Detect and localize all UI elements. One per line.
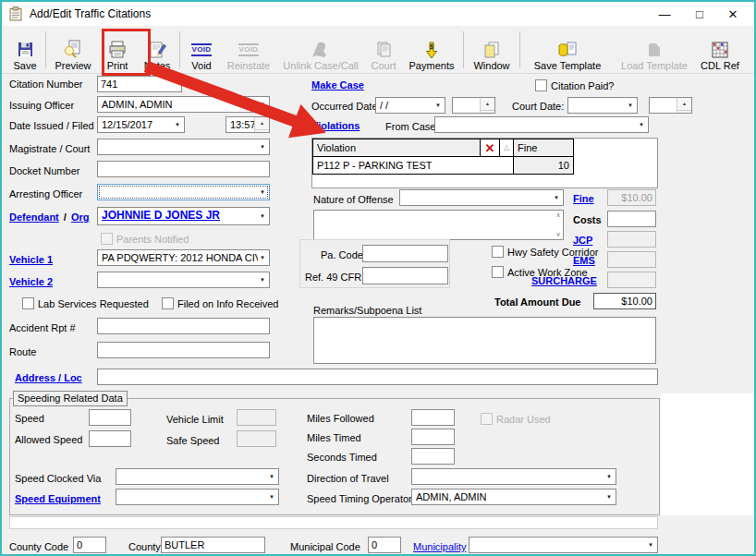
speed-clocked-via-select[interactable]: ▼ (116, 468, 279, 485)
miles-followed-input[interactable] (411, 409, 455, 426)
fine-cell[interactable]: 10 (513, 156, 574, 175)
total-amount-due-label: Total Amount Due (494, 296, 581, 308)
cdl-ref-button[interactable]: CDL Ref (697, 28, 743, 72)
vehicle2-link[interactable]: Vehicle 2 (9, 276, 53, 287)
chevron-down-icon: ▼ (435, 100, 441, 112)
citation-paid-checkbox[interactable] (535, 79, 547, 91)
scroll-arrows-icon[interactable]: ∧∨ (553, 212, 564, 238)
issuing-officer-select[interactable]: ADMIN, ADMIN ▼ (97, 96, 270, 113)
county-code-input[interactable]: 0 (73, 537, 106, 553)
chevron-down-icon: ▼ (269, 471, 274, 483)
vehicle2-select[interactable]: ▼ (97, 272, 270, 288)
remarks-label: Remarks/Subpoena List (313, 304, 421, 317)
nature-of-offense-select[interactable]: ▼ (399, 189, 564, 206)
save-template-button[interactable]: Save Template (523, 28, 612, 72)
chevron-down-icon: ▼ (606, 491, 612, 503)
court-date-select[interactable]: ▼ (567, 97, 638, 114)
arresting-officer-label: Arresting Officer (9, 187, 82, 200)
filed-on-info-checkbox[interactable] (162, 297, 174, 309)
defendant-select[interactable]: JOHNNIE D JONES JR ▼ (97, 207, 270, 225)
vehicle1-select[interactable]: PA PDQWERTY: 2012 HONDA CIV ▼ (97, 249, 270, 266)
docket-number-input[interactable] (97, 161, 270, 177)
seconds-timed-input[interactable] (411, 448, 455, 465)
violations-link[interactable]: Violations (311, 120, 360, 131)
county-input[interactable]: BUTLER (161, 537, 265, 553)
spinner-arrows-icon[interactable]: ▲▼ (480, 98, 494, 113)
maximize-button[interactable]: □ (684, 2, 715, 26)
speed-label: Speed (15, 412, 44, 425)
fine-column-header[interactable]: Fine (513, 139, 574, 157)
county-label: County (128, 540, 161, 553)
jcp-link[interactable]: JCP (573, 235, 592, 246)
hwy-safety-corridor-label: Hwy Safety Corridor (507, 246, 598, 259)
citation-number-input[interactable]: 741 (97, 76, 182, 92)
court-time-spinner[interactable]: ▲▼ (649, 97, 692, 114)
time-issued-spinner[interactable]: 13:57 ▲▼ (226, 116, 270, 133)
violation-column-header[interactable]: Violation (312, 139, 481, 157)
costs-input[interactable] (607, 211, 656, 227)
ref-49cfr-label: Ref. 49 CFR (305, 271, 361, 284)
void-stamp-icon: VOID (191, 40, 213, 59)
toolbar-separator (519, 31, 520, 68)
address-loc-input[interactable] (97, 369, 658, 385)
miles-followed-label: Miles Followed (307, 412, 374, 425)
delete-violation-button[interactable]: ✕ (480, 139, 500, 157)
save-button[interactable]: Save (7, 28, 43, 72)
violation-cell[interactable]: P112 P - PARKING TEST (312, 156, 514, 175)
magistrate-select[interactable]: ▼ (97, 139, 270, 155)
route-input[interactable] (97, 342, 270, 358)
close-button[interactable]: ✕ (717, 2, 749, 26)
fine-link[interactable]: Fine (573, 193, 594, 204)
lab-services-checkbox[interactable] (22, 297, 34, 309)
arresting-officer-select[interactable]: ▼ (97, 184, 270, 200)
make-case-link[interactable]: Make Case (311, 79, 364, 91)
occurred-date-select[interactable]: / / ▼ (375, 97, 445, 114)
org-link[interactable]: Org (71, 212, 90, 223)
miles-timed-input[interactable] (411, 429, 455, 445)
citation-paid-label: Citation Paid? (551, 79, 615, 92)
vehicle1-link[interactable]: Vehicle 1 (9, 254, 53, 265)
total-amount-due-field: $10.00 (593, 293, 656, 309)
municipality-link[interactable]: Municipality (413, 541, 466, 552)
chevron-down-icon: ▼ (260, 274, 265, 286)
sort-button[interactable]: △ (499, 139, 514, 157)
speed-equipment-select[interactable]: ▼ (116, 489, 279, 505)
accident-rpt-input[interactable] (97, 318, 270, 334)
offense-description-textarea[interactable] (313, 210, 564, 240)
gavel-gray-icon (311, 40, 331, 59)
speed-input[interactable] (89, 409, 131, 426)
load-template-button: Load Template (612, 28, 697, 72)
ref-49cfr-input[interactable] (362, 267, 448, 284)
toolbar-separator (463, 31, 464, 68)
minimize-button[interactable]: — (649, 2, 680, 26)
municipal-code-input[interactable]: 0 (368, 537, 401, 553)
direction-of-travel-select[interactable]: ▼ (411, 468, 616, 485)
municipality-select[interactable]: ▼ (469, 537, 658, 553)
occurred-time-spinner[interactable]: ▲▼ (452, 97, 495, 114)
defendant-link[interactable]: Defendant (9, 212, 59, 223)
payments-button[interactable]: $ Payments (403, 28, 460, 72)
preview-button[interactable]: Preview (49, 28, 97, 72)
active-work-zone-checkbox[interactable] (492, 266, 504, 278)
date-issued-label: Date Issued / Filed (9, 119, 94, 132)
chevron-down-icon: ▼ (628, 100, 633, 112)
court-button: Court (364, 28, 403, 72)
spinner-arrows-icon[interactable]: ▲▼ (254, 117, 269, 132)
speed-timing-operator-select[interactable]: ADMIN, ADMIN ▼ (411, 489, 616, 505)
chevron-down-icon: ▼ (258, 252, 265, 264)
chevron-down-icon: ▼ (269, 491, 274, 503)
title-bar: Add/Edit Traffic Citations (2, 2, 754, 26)
date-issued-select[interactable]: 12/15/2017 ▼ (97, 116, 185, 133)
direction-of-travel-label: Direction of Travel (307, 472, 389, 485)
remarks-textarea[interactable] (313, 317, 656, 364)
from-case-select[interactable]: ▼ (434, 116, 649, 133)
void-button[interactable]: VOID Void (183, 28, 220, 72)
allowed-speed-input[interactable] (89, 430, 131, 447)
spinner-arrows-icon[interactable]: ▲▼ (677, 98, 691, 113)
window-button[interactable]: Window (467, 28, 517, 72)
hwy-safety-corridor-checkbox[interactable] (492, 246, 504, 258)
pa-code-input[interactable] (362, 245, 448, 262)
municipality-row: Municipality (413, 540, 466, 553)
address-loc-link[interactable]: Address / Loc (15, 372, 82, 383)
speed-equipment-link[interactable]: Speed Equipment (15, 493, 101, 504)
